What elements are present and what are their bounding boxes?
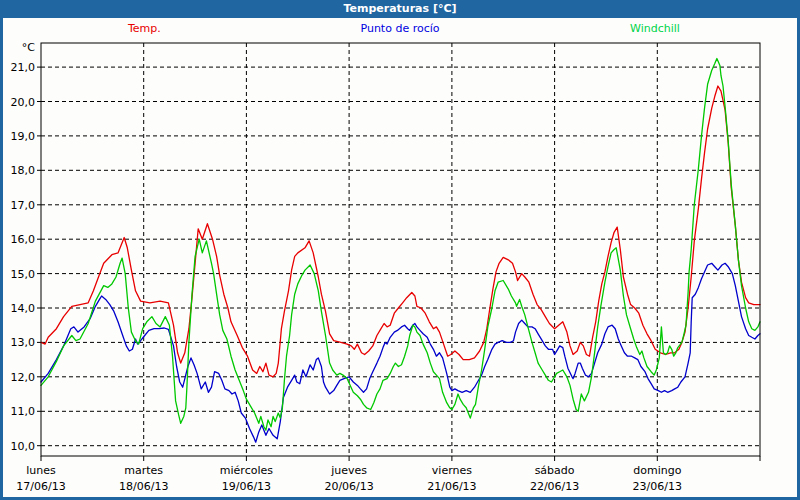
temperature-line-chart: 10,011,012,013,014,015,016,017,018,019,0… <box>0 0 800 500</box>
window-border-left <box>0 18 3 500</box>
y-tick-label: 16,0 <box>11 233 36 246</box>
y-tick-label: 10,0 <box>11 440 36 453</box>
y-tick-label: 15,0 <box>11 268 36 281</box>
y-tick-label: 18,0 <box>11 164 36 177</box>
y-tick-label: 14,0 <box>11 302 36 315</box>
x-day-label: sábado <box>535 464 575 477</box>
y-tick-label: 13,0 <box>11 336 36 349</box>
plot-frame <box>41 43 760 456</box>
y-tick-label: 17,0 <box>11 199 36 212</box>
x-date-label: 23/06/13 <box>633 480 682 493</box>
series-line-windchill <box>41 59 760 431</box>
x-day-label: viernes <box>432 464 472 477</box>
y-tick-label: 19,0 <box>11 130 36 143</box>
x-day-label: martes <box>124 464 163 477</box>
weather-chart-window: Temperaturas [°C] Temp. Punto de rocío W… <box>0 0 800 500</box>
x-date-label: 21/06/13 <box>427 480 476 493</box>
x-date-label: 22/06/13 <box>530 480 579 493</box>
x-day-label: domingo <box>633 464 681 477</box>
series-line-temp- <box>41 86 760 377</box>
x-day-label: miércoles <box>220 464 273 477</box>
x-date-label: 19/06/13 <box>222 480 271 493</box>
x-day-label: jueves <box>330 464 367 477</box>
y-axis-unit-label: °C <box>22 41 36 54</box>
y-tick-label: 12,0 <box>11 371 36 384</box>
x-date-label: 17/06/13 <box>16 480 65 493</box>
x-date-label: 20/06/13 <box>324 480 373 493</box>
series-line-punto-de-roc-o <box>41 263 760 442</box>
x-day-label: lunes <box>26 464 56 477</box>
y-tick-label: 20,0 <box>11 96 36 109</box>
y-tick-label: 21,0 <box>11 61 36 74</box>
y-tick-label: 11,0 <box>11 405 36 418</box>
x-date-label: 18/06/13 <box>119 480 168 493</box>
